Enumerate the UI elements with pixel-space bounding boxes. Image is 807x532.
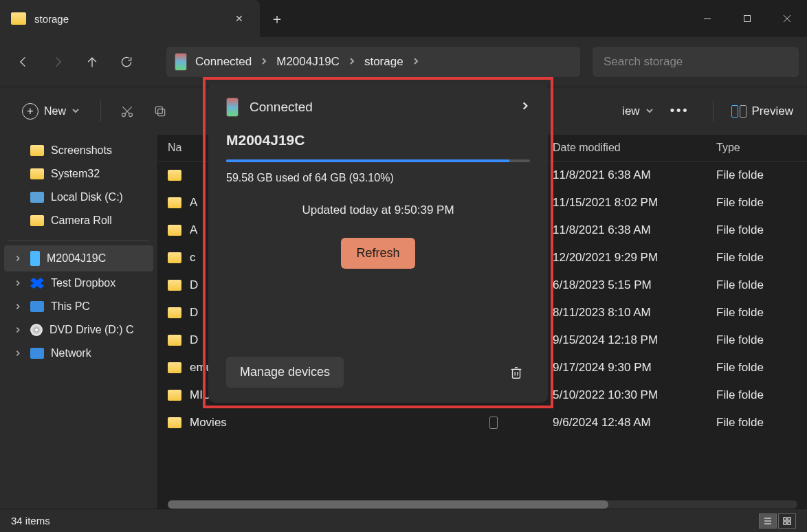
sidebar-item[interactable]: Network bbox=[0, 342, 157, 365]
folder-icon bbox=[168, 362, 181, 373]
more-button[interactable]: ••• bbox=[665, 104, 695, 118]
chevron-right-icon bbox=[412, 56, 420, 68]
file-type: File folde bbox=[716, 333, 797, 347]
file-date: 11/8/2021 6:38 AM bbox=[553, 168, 716, 182]
file-date: 5/10/2022 10:30 PM bbox=[553, 388, 716, 402]
svg-rect-21 bbox=[784, 522, 786, 524]
phone-icon bbox=[30, 251, 40, 266]
tab-storage[interactable]: storage ✕ bbox=[0, 0, 260, 37]
sidebar-item[interactable]: Camera Roll bbox=[0, 209, 157, 232]
maximize-button[interactable] bbox=[727, 0, 767, 37]
svg-rect-19 bbox=[784, 518, 786, 520]
file-date: 12/20/2021 9:29 PM bbox=[553, 251, 716, 265]
sidebar[interactable]: ScreenshotsSystem32Local Disk (C:)Camera… bbox=[0, 135, 158, 509]
file-type: File folde bbox=[716, 168, 797, 182]
grid-view-button[interactable] bbox=[778, 513, 796, 529]
file-name: c bbox=[190, 251, 196, 265]
minimize-button[interactable] bbox=[687, 0, 727, 37]
view-menu[interactable]: iew bbox=[622, 104, 654, 118]
details-view-button[interactable] bbox=[759, 513, 777, 529]
sidebar-item-label: Camera Roll bbox=[51, 214, 112, 227]
file-name: A bbox=[190, 223, 197, 237]
close-tab-button[interactable]: ✕ bbox=[230, 10, 249, 27]
file-type: File folde bbox=[716, 306, 797, 320]
search-box[interactable] bbox=[593, 47, 799, 77]
cut-button[interactable] bbox=[113, 98, 141, 125]
new-tab-button[interactable]: ＋ bbox=[260, 0, 294, 37]
crumb-connected[interactable]: Connected bbox=[191, 52, 256, 71]
svg-rect-1 bbox=[744, 16, 751, 22]
popover-header[interactable]: Connected bbox=[226, 98, 530, 117]
chevron-right-icon[interactable] bbox=[12, 255, 23, 262]
sidebar-item[interactable]: M2004J19C bbox=[4, 245, 153, 271]
storage-bar-fill bbox=[226, 159, 509, 162]
title-bar: storage ✕ ＋ bbox=[0, 0, 807, 37]
pc-icon bbox=[30, 301, 44, 312]
phone-icon bbox=[489, 417, 498, 429]
crumb-storage[interactable]: storage bbox=[360, 52, 408, 71]
chevron-right-icon[interactable] bbox=[520, 101, 530, 113]
file-date: 11/8/2021 6:38 AM bbox=[553, 223, 716, 237]
last-updated-text: Updated today at 9:50:39 PM bbox=[226, 203, 530, 217]
preview-icon bbox=[731, 105, 747, 118]
forward-button[interactable] bbox=[43, 47, 73, 77]
folder-icon bbox=[168, 390, 181, 401]
folder-icon bbox=[30, 145, 44, 156]
new-button[interactable]: + New bbox=[14, 99, 88, 124]
close-window-button[interactable] bbox=[767, 0, 807, 37]
file-type: File folde bbox=[716, 278, 797, 292]
window-controls bbox=[687, 0, 807, 37]
file-row[interactable]: Movies9/6/2024 12:48 AMFile folde bbox=[158, 409, 807, 436]
crumb-device[interactable]: M2004J19C bbox=[272, 52, 344, 71]
up-button[interactable] bbox=[77, 47, 107, 77]
header-type[interactable]: Type bbox=[716, 142, 797, 154]
dropbox-icon bbox=[30, 278, 44, 289]
file-type: File folde bbox=[716, 223, 797, 237]
chevron-right-icon[interactable] bbox=[12, 303, 23, 310]
chevron-down-icon bbox=[71, 105, 80, 118]
new-label: New bbox=[44, 105, 66, 118]
sidebar-item[interactable]: Screenshots bbox=[0, 139, 157, 162]
copy-button[interactable] bbox=[146, 98, 174, 125]
divider bbox=[8, 241, 149, 241]
svg-rect-11 bbox=[513, 369, 520, 378]
chevron-right-icon[interactable] bbox=[12, 326, 23, 333]
breadcrumb[interactable]: Connected M2004J19C storage bbox=[166, 47, 580, 77]
file-name: D bbox=[190, 333, 198, 347]
manage-devices-button[interactable]: Manage devices bbox=[226, 357, 344, 388]
chevron-right-icon[interactable] bbox=[12, 350, 23, 357]
scrollbar-thumb[interactable] bbox=[168, 500, 608, 509]
sidebar-item[interactable]: System32 bbox=[0, 162, 157, 186]
sidebar-item[interactable]: This PC bbox=[0, 295, 157, 318]
storage-usage-text: 59.58 GB used of 64 GB (93.10%) bbox=[226, 172, 530, 184]
file-type: File folde bbox=[716, 416, 797, 430]
file-date: 9/15/2024 12:18 PM bbox=[553, 333, 716, 347]
folder-icon bbox=[168, 280, 181, 291]
sidebar-item[interactable]: Test Dropbox bbox=[0, 271, 157, 295]
popover-device-name: M2004J19C bbox=[226, 132, 530, 148]
file-type: File folde bbox=[716, 196, 797, 210]
header-date[interactable]: Date modified bbox=[553, 142, 716, 154]
sidebar-item-label: M2004J19C bbox=[47, 252, 106, 265]
file-type: File folde bbox=[716, 251, 797, 265]
back-button[interactable] bbox=[8, 47, 38, 77]
chevron-right-icon bbox=[348, 56, 356, 68]
dvd-icon bbox=[30, 324, 43, 336]
sidebar-item[interactable]: Local Disk (C:) bbox=[0, 186, 157, 209]
preview-toggle[interactable]: Preview bbox=[731, 104, 793, 118]
popover-header-title: Connected bbox=[250, 100, 509, 115]
refresh-button[interactable] bbox=[111, 47, 142, 77]
tab-title: storage bbox=[34, 13, 221, 25]
chevron-right-icon[interactable] bbox=[12, 280, 23, 287]
horizontal-scrollbar[interactable] bbox=[168, 500, 797, 509]
folder-icon bbox=[168, 252, 181, 263]
sidebar-item-label: Local Disk (C:) bbox=[51, 191, 123, 203]
preview-label: Preview bbox=[752, 104, 793, 118]
refresh-device-button[interactable]: Refresh bbox=[341, 238, 414, 269]
search-input[interactable] bbox=[604, 55, 788, 69]
sidebar-item[interactable]: DVD Drive (D:) C bbox=[0, 318, 157, 342]
sidebar-item-label: Test Dropbox bbox=[51, 277, 115, 289]
folder-icon bbox=[168, 335, 181, 346]
remove-device-button[interactable] bbox=[502, 359, 530, 386]
device-popover: Connected M2004J19C 59.58 GB used of 64 … bbox=[208, 82, 548, 403]
